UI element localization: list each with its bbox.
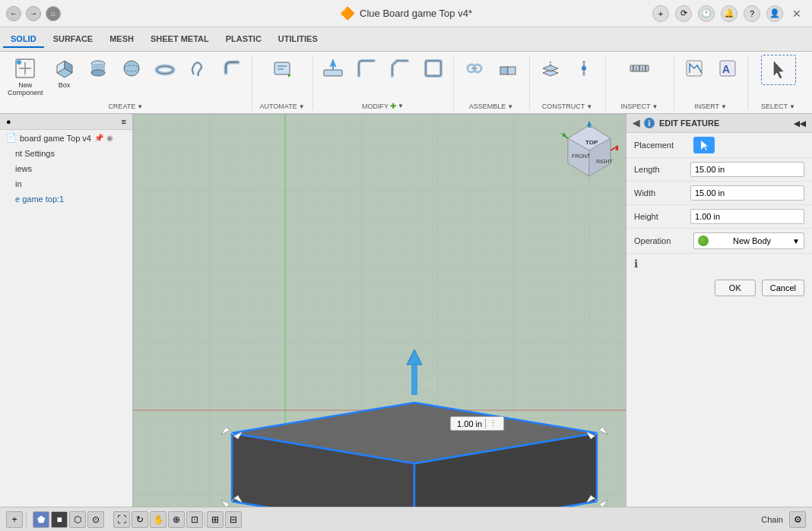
panel-collapse-button[interactable]: ◀	[633, 118, 639, 128]
svg-marker-64	[407, 349, 422, 365]
ribbon-group-construct: CONSTRUCT ▼	[530, 55, 606, 110]
insert-dropdown-arrow[interactable]: ▼	[721, 103, 727, 110]
modify-dropdown-arrow[interactable]: ▼	[398, 103, 404, 109]
add-tab-button[interactable]: +	[652, 5, 669, 22]
operation-dropdown-arrow[interactable]: ▼	[792, 237, 800, 245]
ribbon-automate[interactable]	[267, 55, 297, 84]
ok-button[interactable]: OK	[715, 280, 756, 296]
edit-feature-panel: ◀ i EDIT FEATURE ◀◀ Placement Length Wi	[626, 114, 812, 507]
left-panel: ● ≡ 📄 board game Top v4 📌 ◉ nt Settings …	[0, 114, 133, 507]
tab-mesh[interactable]: MESH	[102, 31, 141, 48]
panel-expand-icon[interactable]: ≡	[122, 117, 126, 126]
info-icon[interactable]: ℹ	[634, 258, 638, 270]
view-home-icon[interactable]: ⬟	[33, 511, 49, 528]
assemble-dropdown-arrow[interactable]: ▼	[507, 103, 513, 110]
panel-item-document[interactable]: 📄 board game Top v4 📌 ◉	[0, 130, 132, 146]
view-icon-add[interactable]: +	[6, 511, 23, 528]
create-dropdown-arrow[interactable]: ▼	[137, 103, 143, 110]
nav-fit-icon[interactable]: ⊡	[186, 511, 203, 528]
dimension-label: 1.00 in ⋮	[450, 416, 504, 431]
nav-hand-icon[interactable]: ✋	[150, 511, 167, 528]
modify-items	[318, 55, 449, 100]
ribbon-group-modify: MODIFY ✚ ▼	[313, 55, 454, 110]
ribbon-sphere[interactable]	[116, 55, 147, 84]
axis-icon	[572, 56, 596, 81]
ribbon: NewComponent Box	[0, 52, 812, 114]
coordinate-cube[interactable]: TOP FRONT RIGHT X Z Y	[561, 122, 618, 179]
tab-surface[interactable]: SURFACE	[46, 31, 101, 48]
ribbon-new-component[interactable]: NewComponent	[5, 55, 46, 99]
notifications-button[interactable]: 🔔	[721, 5, 737, 22]
ribbon-press-pull[interactable]	[318, 55, 348, 84]
dimension-handle[interactable]: ⋮	[485, 419, 497, 428]
ribbon-offset-plane[interactable]	[535, 55, 566, 84]
home-button[interactable]: ⌂	[46, 6, 61, 21]
pin-icon[interactable]: 📌	[94, 134, 103, 142]
panel-item-settings[interactable]: nt Settings	[0, 146, 132, 161]
operation-select[interactable]: New Body ▼	[693, 232, 804, 249]
automate-dropdown-arrow[interactable]: ▼	[299, 103, 305, 110]
ribbon-torus[interactable]	[150, 55, 180, 84]
ribbon-axis[interactable]	[569, 55, 599, 84]
close-button[interactable]: ✕	[788, 6, 806, 21]
height-input[interactable]	[690, 209, 804, 224]
ribbon-coil[interactable]	[183, 55, 214, 84]
view-wire-icon[interactable]: ⬡	[69, 511, 86, 528]
ribbon-measure[interactable]	[624, 55, 655, 84]
ribbon-decal[interactable]: A	[712, 55, 743, 84]
width-row: Width	[626, 182, 812, 205]
viewport[interactable]: 1.00 1.00 in ⋮ TOP FRONT R	[133, 114, 626, 507]
panel-item-origin[interactable]: in	[0, 176, 132, 191]
ribbon-group-create: NewComponent Box	[0, 55, 252, 110]
construct-dropdown-arrow[interactable]: ▼	[586, 103, 592, 110]
svg-text:Z: Z	[588, 122, 592, 129]
automate-icon	[270, 56, 294, 81]
ribbon-select[interactable]	[761, 55, 796, 85]
nav-pan-icon[interactable]: ⛶	[113, 511, 130, 528]
width-label: Width	[634, 188, 684, 198]
svg-marker-61	[598, 500, 607, 507]
svg-rect-25	[500, 67, 508, 74]
eye-icon[interactable]: ◉	[106, 134, 113, 142]
shell-icon	[421, 56, 446, 81]
user-button[interactable]: 👤	[766, 5, 783, 22]
ribbon-joint[interactable]	[459, 55, 490, 84]
ribbon-insert-svg[interactable]	[679, 55, 709, 84]
ribbon-cylinder[interactable]	[83, 55, 113, 84]
nav-rotate-icon[interactable]: ↻	[132, 511, 148, 528]
ribbon-fillet[interactable]	[351, 55, 382, 84]
nav-display-icon[interactable]: ⊟	[225, 511, 242, 528]
inspect-dropdown-arrow[interactable]: ▼	[652, 103, 658, 110]
tab-utilities[interactable]: UTILITIES	[271, 31, 325, 48]
panel-item-body[interactable]: e game top:1	[0, 191, 132, 207]
tab-solid[interactable]: SOLID	[3, 31, 44, 48]
back-button[interactable]: ←	[6, 6, 21, 21]
ribbon-box[interactable]: Box	[49, 55, 80, 91]
ribbon-chamfer[interactable]	[385, 55, 415, 84]
ribbon-shell[interactable]	[418, 55, 449, 84]
cancel-button[interactable]: Cancel	[762, 280, 804, 296]
tab-sheetmetal[interactable]: SHEET METAL	[143, 31, 217, 48]
placement-button[interactable]	[693, 137, 715, 153]
view-mode-icon[interactable]: ⊙	[87, 511, 104, 528]
width-input[interactable]	[690, 185, 804, 201]
view-solid-icon[interactable]: ■	[51, 511, 68, 528]
top-right-icons: + ⟳ 🕐 🔔 ? 👤	[652, 5, 783, 22]
panel-collapse-icon[interactable]: ●	[6, 117, 11, 126]
forward-button[interactable]: →	[26, 6, 41, 21]
panel-expand-arrows[interactable]: ◀◀	[794, 119, 806, 128]
tab-plastic[interactable]: PLASTIC	[218, 31, 269, 48]
help-button[interactable]: ?	[744, 5, 760, 22]
ribbon-pipe[interactable]	[217, 55, 247, 84]
ribbon-as-built[interactable]	[493, 55, 523, 84]
sphere-icon	[119, 56, 144, 81]
select-dropdown-arrow[interactable]: ▼	[789, 103, 795, 110]
panel-item-views[interactable]: iews	[0, 161, 132, 176]
settings-icon[interactable]: ⚙	[789, 511, 806, 528]
svg-marker-55	[598, 427, 607, 435]
nav-grid-icon[interactable]: ⊞	[207, 511, 224, 528]
refresh-button[interactable]: ⟳	[675, 5, 692, 22]
length-input[interactable]	[690, 162, 804, 177]
nav-zoom-icon[interactable]: ⊕	[168, 511, 185, 528]
history-button[interactable]: 🕐	[698, 5, 715, 22]
